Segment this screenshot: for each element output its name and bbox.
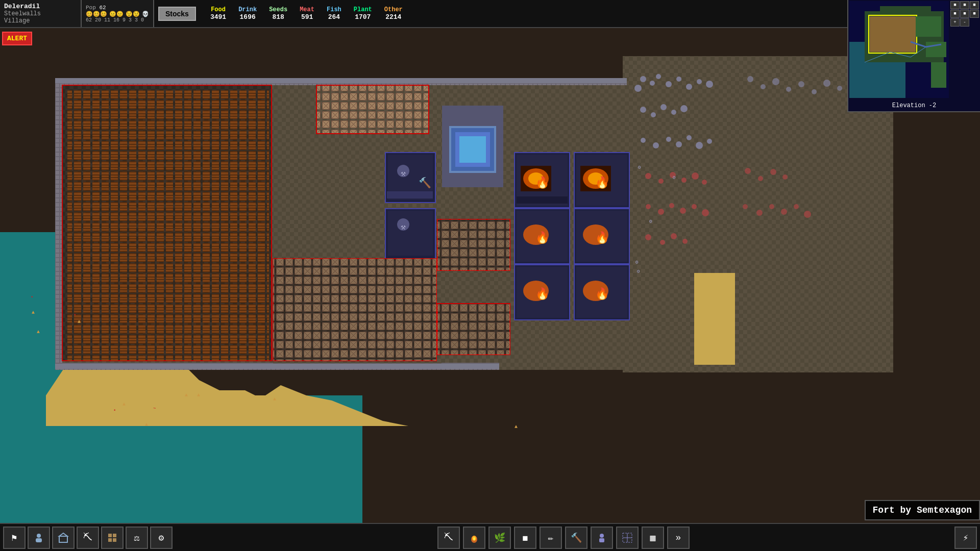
svg-text:⚙: ⚙ <box>636 269 640 274</box>
left-toolbar: ⚑ ⛏ ⚖ ⚙ <box>0 527 176 549</box>
svg-point-131 <box>761 84 766 89</box>
svg-text:🔨: 🔨 <box>419 177 431 189</box>
svg-text:🔥: 🔥 <box>595 287 609 301</box>
pop-section: Pop 62 😊😊😊 😐😐 😟😟 💀 62 20 11 16 9 3 3 0 <box>82 0 154 27</box>
svg-point-91 <box>640 76 646 82</box>
svg-point-106 <box>653 142 659 148</box>
plant-resource: Plant 1707 <box>354 6 372 21</box>
pop-happy: 😊😊😊 <box>86 11 107 17</box>
toolbar-flag-button[interactable]: ⚑ <box>3 527 26 549</box>
minimap-btn-5[interactable]: ■ <box>960 10 969 18</box>
seeds-value: 818 <box>272 13 284 21</box>
toolbar-settings-button[interactable]: ⚙ <box>150 527 173 549</box>
svg-text:🔥: 🔥 <box>535 287 550 301</box>
svg-point-98 <box>697 79 702 84</box>
svg-point-132 <box>772 78 779 85</box>
center-toolbar: ⛏ 🌿 ◼ ✏ 🔨 ▦ » <box>176 527 951 549</box>
plant-label: Plant <box>354 6 372 13</box>
svg-rect-175 <box>108 534 112 537</box>
svg-rect-172 <box>36 538 42 542</box>
svg-point-94 <box>656 74 661 79</box>
svg-point-102 <box>660 104 667 110</box>
tool-fire[interactable] <box>463 527 485 549</box>
fish-label: Fish <box>327 6 341 13</box>
svg-text:▲: ▲ <box>32 310 35 315</box>
alert-button[interactable]: ALERT <box>2 32 32 45</box>
svg-text:▲: ▲ <box>197 392 200 398</box>
fish-resource: Fish 264 <box>327 6 341 21</box>
toolbar-nobles-button[interactable]: ⚖ <box>126 527 148 549</box>
svg-point-124 <box>645 234 651 240</box>
svg-text:🔥: 🔥 <box>535 231 550 245</box>
svg-point-96 <box>676 77 681 82</box>
svg-rect-173 <box>59 536 67 542</box>
svg-rect-33 <box>55 78 62 370</box>
top-bar: Deleradil Steelwalls Village Pop 62 😊😊😊 … <box>0 0 980 28</box>
svg-point-92 <box>650 81 655 86</box>
pop-label: Pop 62 <box>86 5 149 11</box>
svg-rect-169 <box>55 78 627 83</box>
svg-text:⚙: ⚙ <box>672 175 676 181</box>
minimap-btn-2[interactable]: ■ <box>960 1 969 9</box>
minimap-btn-6[interactable]: ■ <box>970 10 979 18</box>
toolbar-power-button[interactable]: ⚡ <box>954 527 977 549</box>
svg-point-126 <box>671 233 677 239</box>
fort-name: Deleradil <box>4 3 77 10</box>
toolbar-units-button[interactable] <box>28 527 50 549</box>
drink-resource: Drink 1696 <box>238 6 257 21</box>
tool-more[interactable]: » <box>667 527 690 549</box>
svg-text:▲: ▲ <box>185 392 188 398</box>
svg-point-130 <box>747 76 753 82</box>
svg-rect-54 <box>459 136 486 163</box>
svg-rect-170 <box>55 364 499 369</box>
svg-point-97 <box>686 84 692 90</box>
svg-point-171 <box>37 534 41 538</box>
tool-areas[interactable]: ▦ <box>642 527 664 549</box>
svg-text:⚒: ⚒ <box>401 223 406 232</box>
tool-unit[interactable] <box>591 527 613 549</box>
plant-value: 1707 <box>355 13 371 21</box>
minimap-area: ■ ■ ■ ■ ■ ■ + - Elevation -2 <box>847 0 980 112</box>
svg-point-122 <box>692 204 697 209</box>
toolbar-stocks-button[interactable] <box>101 527 124 549</box>
svg-point-150 <box>804 211 811 218</box>
stocks-button[interactable]: Stocks <box>158 7 196 21</box>
svg-point-107 <box>666 137 671 142</box>
fort-attribution-text: Fort by Semtexagon <box>873 505 972 515</box>
minimap-zoom-out[interactable]: - <box>960 18 969 27</box>
minimap-zoom-in[interactable]: + <box>950 18 960 27</box>
svg-text:▲: ▲ <box>273 396 276 402</box>
map-svg: ⚒ 🔨 ⚒ 🔥 <box>0 28 980 523</box>
pop-numbers: 62 20 11 16 9 3 3 0 <box>86 17 149 23</box>
seeds-resource: Seeds 818 <box>269 6 287 21</box>
minimap-canvas[interactable] <box>849 1 949 98</box>
drink-value: 1696 <box>240 13 256 21</box>
svg-rect-177 <box>108 538 112 542</box>
tool-block[interactable]: ◼ <box>514 527 536 549</box>
minimap-btn-3[interactable]: ■ <box>970 1 979 9</box>
svg-text:⚙: ⚙ <box>649 219 652 224</box>
minimap-btn-4[interactable]: ■ <box>950 10 960 18</box>
svg-point-144 <box>782 174 788 180</box>
tool-plants[interactable]: 🌿 <box>488 527 511 549</box>
minimap-btn-1[interactable]: ■ <box>950 1 960 9</box>
svg-point-103 <box>671 110 676 115</box>
svg-marker-174 <box>59 533 67 536</box>
svg-rect-43 <box>387 191 433 198</box>
toolbar-dig-button[interactable]: ⛏ <box>77 527 99 549</box>
fort-info: Deleradil Steelwalls Village <box>0 0 82 27</box>
tool-build[interactable]: 🔨 <box>565 527 587 549</box>
svg-rect-38 <box>316 85 429 134</box>
svg-text:▲: ▲ <box>514 424 518 430</box>
toolbar-buildings-button[interactable] <box>52 527 75 549</box>
svg-point-116 <box>692 172 699 180</box>
svg-point-123 <box>702 209 709 216</box>
tool-erase[interactable]: ✏ <box>540 527 562 549</box>
svg-text:~: ~ <box>153 406 156 411</box>
game-area[interactable]: ⚒ 🔨 ⚒ 🔥 <box>0 28 980 523</box>
svg-point-113 <box>658 179 664 184</box>
svg-point-119 <box>658 209 664 215</box>
tool-mine[interactable]: ⛏ <box>437 527 460 549</box>
minimap-controls: ■ ■ ■ ■ ■ ■ + - <box>950 1 979 27</box>
tool-zones[interactable] <box>616 527 639 549</box>
